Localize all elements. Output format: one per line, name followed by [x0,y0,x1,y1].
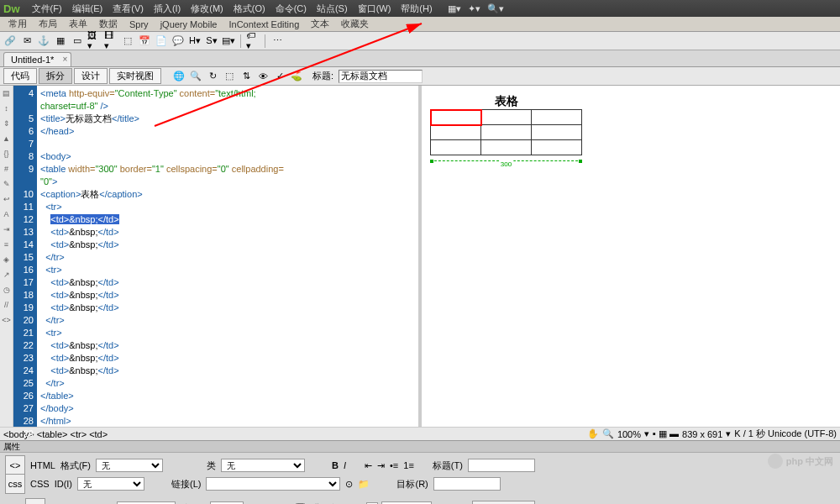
title-attr-input[interactable] [468,459,535,472]
menu-site[interactable]: 站点(S) [312,3,353,15]
document-tab[interactable]: Untitled-1* × [3,52,71,66]
select-parent-icon[interactable]: ▲ [1,133,13,144]
comment-icon[interactable]: // [1,299,13,311]
table-cell[interactable] [431,125,481,140]
view-code[interactable]: 代码 [3,68,37,84]
preview-icon[interactable]: 👁 [256,70,270,83]
hand-tool-icon[interactable]: ✋ [587,428,599,439]
move-icon[interactable]: ↗ [1,269,13,281]
hyperlink-icon[interactable]: 🔗 [3,34,17,48]
highlight-icon[interactable]: ✎ [1,178,13,190]
word-wrap-icon[interactable]: ↩ [1,193,13,205]
menu-insert[interactable]: 插入(I) [149,3,186,15]
zoom-tool-icon[interactable]: 🔍 [602,428,614,439]
class-select[interactable]: 无 [221,459,305,472]
extend-icon[interactable]: ✦▾ [468,3,480,14]
table-icon[interactable]: ▦ [54,34,67,48]
insert-tab-layout[interactable]: 布局 [34,17,62,31]
ul-icon[interactable]: •≡ [390,460,398,470]
insert-tab-jquery[interactable]: jQuery Mobile [155,18,223,30]
properties-header[interactable]: 属性 [0,441,840,453]
anchor-icon[interactable]: ⚓ [37,34,50,48]
refresh-icon[interactable]: ↻ [206,70,219,83]
table-cell[interactable] [532,140,582,155]
div-icon[interactable]: ▭ [71,34,84,48]
menu-view[interactable]: 查看(V) [108,3,149,15]
script-icon[interactable]: S▾ [205,34,218,48]
balance-braces-icon[interactable]: {} [1,148,13,160]
open-docs-icon[interactable]: ▤ [1,87,13,99]
collapse-icon[interactable]: ↕ [1,102,13,114]
table-cell-selected[interactable] [431,110,481,125]
insert-tab-incontext[interactable]: InContext Editing [223,18,304,30]
email-link-icon[interactable]: ✉ [20,34,34,48]
view-live[interactable]: 实时视图 [109,68,161,84]
media-icon[interactable]: 🎞▾ [104,34,118,48]
css-mode-icon[interactable]: css [5,474,25,494]
widget-icon[interactable]: ⬚ [121,34,134,48]
format-select[interactable]: 无 [96,459,163,472]
page-properties-button[interactable]: 页面属性... [472,501,535,505]
table-cell[interactable] [431,140,481,155]
insert-tab-common[interactable]: 常用 [3,17,32,31]
zoom-value[interactable]: 100% [617,429,641,439]
image-icon[interactable]: 🖼▾ [87,34,101,48]
design-pane[interactable]: 表格 300 [422,86,840,427]
browse-folder-icon[interactable]: 📁 [358,479,370,490]
menu-command[interactable]: 命令(C) [270,3,312,15]
table-cell[interactable] [532,125,582,140]
snippets-icon[interactable]: ◈ [1,254,13,265]
comment-icon[interactable]: 💬 [171,34,185,48]
menu-window[interactable]: 窗口(W) [353,3,396,15]
title-input[interactable] [339,70,423,83]
code-editor[interactable]: <meta http-equiv="Content-Type" content=… [37,86,418,427]
outdent-icon[interactable]: ⇤ [365,460,372,471]
target-input[interactable] [433,477,501,491]
link-select[interactable] [206,477,340,491]
italic-button[interactable]: I [344,460,346,470]
html-mode-label[interactable]: HTML [30,460,55,470]
template-icon[interactable]: ▤▾ [222,34,235,48]
table-cell[interactable] [481,140,532,155]
html-mode-icon[interactable]: <> [5,455,25,475]
expand-icon[interactable]: ⇕ [1,118,13,129]
layout-icon[interactable]: ▦▾ [448,3,461,14]
viewport-icons[interactable]: ▪ ▦ ▬ [653,428,679,439]
live-code-icon[interactable]: 🌐 [172,70,186,83]
head-icon[interactable]: H▾ [188,34,202,48]
recent-icon[interactable]: ◷ [1,284,13,296]
date-icon[interactable]: 📅 [138,34,151,48]
view-design[interactable]: 设计 [74,68,108,84]
insert-tab-data[interactable]: 数据 [94,17,123,31]
id-select[interactable]: 无 [77,477,144,491]
browser-icon[interactable]: ⬚ [223,70,236,83]
validate-icon[interactable]: ✓ [273,70,286,83]
indent-icon[interactable]: ⇥ [377,460,385,471]
cell-icon[interactable]: ▦ [25,498,45,504]
syntax-icon[interactable]: A [1,208,13,220]
insert-tab-spry[interactable]: Spry [124,18,154,30]
more-icon[interactable]: ⋯ [270,34,284,48]
css-mode-label[interactable]: CSS [30,479,50,489]
format-icon[interactable]: ≡ [1,239,13,250]
table-cell[interactable] [481,110,532,125]
server-include-icon[interactable]: 📄 [155,34,168,48]
check-icon[interactable]: ⛳ [290,70,303,83]
search-icon[interactable]: 🔍▾ [487,3,504,14]
close-icon[interactable]: × [63,55,68,64]
menu-help[interactable]: 帮助(H) [396,3,437,15]
tag-chooser-icon[interactable]: 🏷▾ [246,34,260,48]
table-cell[interactable] [532,110,582,125]
insert-tab-favorites[interactable]: 收藏夹 [336,17,374,31]
bold-button[interactable]: B [332,460,339,470]
menu-edit[interactable]: 编辑(E) [67,3,108,15]
ol-icon[interactable]: 1≡ [403,460,414,470]
auto-indent-icon[interactable]: ⇥ [1,223,13,235]
point-to-file-icon[interactable]: ⊙ [345,479,353,490]
menu-file[interactable]: 文件(F) [27,3,67,15]
inspect-icon[interactable]: 🔍 [189,70,202,83]
line-numbers-icon[interactable]: # [1,163,13,175]
file-mgmt-icon[interactable]: ⇅ [239,70,253,83]
preview-table[interactable] [430,109,582,155]
insert-tab-text[interactable]: 文本 [306,17,334,31]
